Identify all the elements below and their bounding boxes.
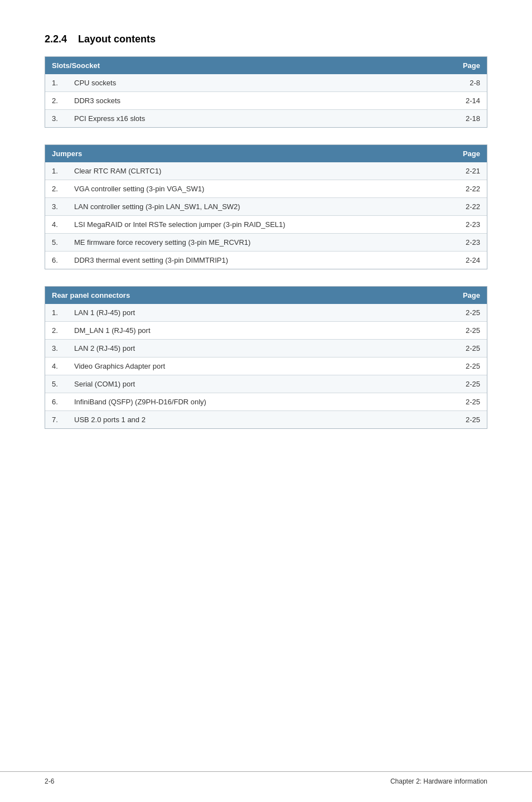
jumpers-header-page: Page xyxy=(442,145,487,162)
row-page: 2-24 xyxy=(442,252,487,269)
table-row: 2. DDR3 sockets 2-14 xyxy=(45,92,487,110)
row-num: 1. xyxy=(45,74,67,92)
row-num: 2. xyxy=(45,180,67,198)
slots-table-wrapper: Slots/Soocket Page 1. CPU sockets 2-8 2.… xyxy=(45,56,487,128)
table-row: 1. CPU sockets 2-8 xyxy=(45,74,487,92)
row-desc: PCI Express x16 slots xyxy=(67,110,442,128)
row-num: 7. xyxy=(45,411,67,429)
page-footer: 2-6 Chapter 2: Hardware information xyxy=(0,771,532,785)
table-row: 2. VGA controller setting (3-pin VGA_SW1… xyxy=(45,180,487,198)
table-row: 5. Serial (COM1) port 2-25 xyxy=(45,375,487,393)
jumpers-table: Jumpers Page 1. Clear RTC RAM (CLRTC1) 2… xyxy=(45,145,487,269)
row-num: 4. xyxy=(45,216,67,234)
row-num: 2. xyxy=(45,92,67,110)
footer-chapter: Chapter 2: Hardware information xyxy=(390,777,487,785)
row-page: 2-21 xyxy=(442,162,487,180)
row-num: 3. xyxy=(45,198,67,216)
row-num: 5. xyxy=(45,234,67,252)
row-desc: DM_LAN 1 (RJ-45) port xyxy=(67,322,442,340)
rear-panel-table-wrapper: Rear panel connectors Page 1. LAN 1 (RJ-… xyxy=(45,286,487,429)
row-page: 2-25 xyxy=(442,340,487,357)
row-num: 6. xyxy=(45,393,67,411)
section-label: Layout contents xyxy=(78,33,156,45)
table-row: 1. LAN 1 (RJ-45) port 2-25 xyxy=(45,304,487,322)
table-row: 1. Clear RTC RAM (CLRTC1) 2-21 xyxy=(45,162,487,180)
footer-page-num: 2-6 xyxy=(45,777,54,785)
row-desc: LSI MegaRAID or Intel RSTe selection jum… xyxy=(67,216,442,234)
row-page: 2-25 xyxy=(442,375,487,393)
table-row: 3. LAN 2 (RJ-45) port 2-25 xyxy=(45,340,487,357)
slots-table: Slots/Soocket Page 1. CPU sockets 2-8 2.… xyxy=(45,57,487,127)
row-desc: LAN 2 (RJ-45) port xyxy=(67,340,442,357)
row-page: 2-18 xyxy=(442,110,487,128)
section-number: 2.2.4 xyxy=(45,33,67,45)
table-row: 4. Video Graphics Adapter port 2-25 xyxy=(45,357,487,375)
row-page: 2-25 xyxy=(442,393,487,411)
row-page: 2-14 xyxy=(442,92,487,110)
slots-table-header-row: Slots/Soocket Page xyxy=(45,57,487,74)
row-num: 1. xyxy=(45,304,67,322)
row-desc: ME firmware force recovery setting (3-pi… xyxy=(67,234,442,252)
row-num: 2. xyxy=(45,322,67,340)
table-row: 2. DM_LAN 1 (RJ-45) port 2-25 xyxy=(45,322,487,340)
row-desc: DDR3 sockets xyxy=(67,92,442,110)
row-desc: Serial (COM1) port xyxy=(67,375,442,393)
row-page: 2-25 xyxy=(442,411,487,429)
row-page: 2-22 xyxy=(442,198,487,216)
table-row: 4. LSI MegaRAID or Intel RSTe selection … xyxy=(45,216,487,234)
rear-panel-table-header-row: Rear panel connectors Page xyxy=(45,287,487,304)
row-num: 1. xyxy=(45,162,67,180)
row-desc: DDR3 thermal event setting (3-pin DIMMTR… xyxy=(67,252,442,269)
section-title: 2.2.4 Layout contents xyxy=(45,33,487,45)
row-desc: VGA controller setting (3-pin VGA_SW1) xyxy=(67,180,442,198)
row-desc: USB 2.0 ports 1 and 2 xyxy=(67,411,442,429)
row-page: 2-25 xyxy=(442,304,487,322)
row-desc: LAN 1 (RJ-45) port xyxy=(67,304,442,322)
table-row: 3. PCI Express x16 slots 2-18 xyxy=(45,110,487,128)
row-page: 2-23 xyxy=(442,216,487,234)
row-desc: Clear RTC RAM (CLRTC1) xyxy=(67,162,442,180)
row-num: 6. xyxy=(45,252,67,269)
slots-header-page: Page xyxy=(442,57,487,74)
page-container: 2.2.4 Layout contents Slots/Soocket Page… xyxy=(0,0,532,490)
rear-panel-table: Rear panel connectors Page 1. LAN 1 (RJ-… xyxy=(45,287,487,428)
row-desc: Video Graphics Adapter port xyxy=(67,357,442,375)
jumpers-header-label: Jumpers xyxy=(45,145,442,162)
table-row: 6. InfiniBand (QSFP) (Z9PH-D16/FDR only)… xyxy=(45,393,487,411)
row-desc: CPU sockets xyxy=(67,74,442,92)
row-num: 3. xyxy=(45,110,67,128)
row-page: 2-23 xyxy=(442,234,487,252)
table-row: 5. ME firmware force recovery setting (3… xyxy=(45,234,487,252)
table-row: 3. LAN controller setting (3-pin LAN_SW1… xyxy=(45,198,487,216)
row-page: 2-8 xyxy=(442,74,487,92)
slots-header-label: Slots/Soocket xyxy=(45,57,442,74)
rear-panel-header-page: Page xyxy=(442,287,487,304)
table-row: 6. DDR3 thermal event setting (3-pin DIM… xyxy=(45,252,487,269)
row-num: 4. xyxy=(45,357,67,375)
jumpers-table-wrapper: Jumpers Page 1. Clear RTC RAM (CLRTC1) 2… xyxy=(45,144,487,269)
row-num: 5. xyxy=(45,375,67,393)
jumpers-table-header-row: Jumpers Page xyxy=(45,145,487,162)
table-row: 7. USB 2.0 ports 1 and 2 2-25 xyxy=(45,411,487,429)
row-desc: LAN controller setting (3-pin LAN_SW1, L… xyxy=(67,198,442,216)
row-page: 2-22 xyxy=(442,180,487,198)
row-num: 3. xyxy=(45,340,67,357)
row-desc: InfiniBand (QSFP) (Z9PH-D16/FDR only) xyxy=(67,393,442,411)
row-page: 2-25 xyxy=(442,357,487,375)
rear-panel-header-label: Rear panel connectors xyxy=(45,287,442,304)
row-page: 2-25 xyxy=(442,322,487,340)
